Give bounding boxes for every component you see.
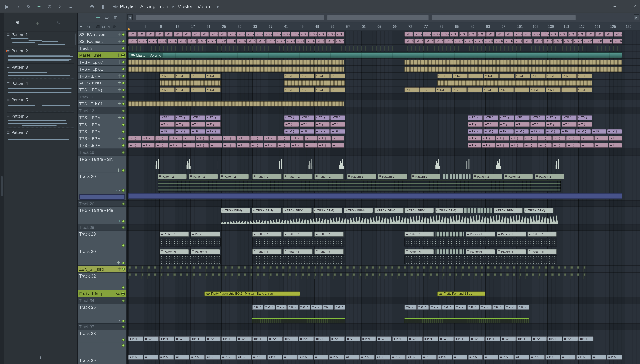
clip[interactable]: ≣P..7	[252, 305, 263, 310]
clip[interactable]: ≣Pattern 2	[347, 174, 376, 179]
record-led[interactable]	[122, 261, 125, 264]
track-lane[interactable]: ≣P..4≣P..4≣P..4≣P..4≣P..4≣P..4≣P..4≣P..4…	[127, 330, 640, 342]
clip[interactable]: ↦TP..)	[530, 129, 544, 134]
step-toggle[interactable]	[96, 25, 100, 28]
marker-flag[interactable]	[564, 266, 567, 272]
clip[interactable]: ≣P..5	[391, 355, 406, 360]
marker-flag[interactable]	[359, 266, 362, 272]
marker-flag[interactable]	[154, 266, 157, 272]
clip[interactable]: ↦TP..)	[175, 115, 190, 120]
clip[interactable]: ↦S..n	[568, 32, 577, 37]
clip[interactable]: ≣P..4	[423, 336, 438, 341]
clip[interactable]: ↦T..)	[577, 87, 592, 92]
clip[interactable]: ↦TP..)	[315, 129, 330, 134]
clip[interactable]: ≣P..4	[237, 336, 252, 341]
clip[interactable]: ≣Pattern 6	[314, 249, 344, 254]
clip[interactable]: ↦S..nt	[148, 39, 157, 44]
clip[interactable]: ≣P..7	[264, 305, 275, 310]
clip[interactable]: ≣Pattern 2	[378, 174, 407, 179]
clip[interactable]: ↦S..n	[423, 32, 431, 37]
clip[interactable]: ↦S..nt	[246, 39, 256, 44]
record-led[interactable]	[122, 189, 125, 192]
marker-flag[interactable]	[282, 266, 285, 272]
panel-icon[interactable]: ⊞	[114, 15, 117, 20]
clip[interactable]: ≣P..4	[439, 336, 454, 341]
clip[interactable]: ↦T..)	[190, 122, 205, 127]
track-lane[interactable]	[127, 266, 640, 273]
track-header[interactable]: ABTS..rum 01	[78, 80, 126, 86]
track-lane[interactable]: ↦T..)↦T..)↦T..)↦T..)↦T..)↦T..)↦T..)↦T..)…	[127, 121, 640, 128]
marker-flag[interactable]	[179, 274, 182, 279]
marker-flag[interactable]	[519, 274, 522, 279]
marker-flag[interactable]	[423, 274, 426, 279]
clip[interactable]: ↦T..)	[452, 87, 467, 92]
clip[interactable]: ↦TPS -..BPM)	[282, 208, 312, 213]
marker-flag[interactable]	[352, 274, 355, 279]
marker-flag[interactable]	[372, 266, 374, 272]
clip[interactable]: ↦T..)	[169, 136, 182, 141]
clip[interactable]: ≣P..4	[485, 336, 500, 341]
clip[interactable]: ≣P..4	[206, 336, 221, 341]
clip[interactable]: ↦T..)	[169, 143, 182, 148]
clip[interactable]: ↦S..nt	[543, 39, 553, 44]
move-handle-icon[interactable]	[118, 74, 121, 78]
clip[interactable]: ↦T..)	[561, 87, 576, 92]
record-led[interactable]	[122, 144, 125, 147]
clip[interactable]: ↦TPS -..BPM)	[252, 208, 281, 213]
clip[interactable]: ↦S..n	[327, 32, 335, 37]
marker-flag[interactable]	[487, 274, 490, 279]
marker-flag[interactable]	[583, 274, 586, 279]
clip[interactable]: ↦S..n	[336, 32, 344, 37]
clip[interactable]: ↦T..)	[182, 143, 196, 148]
audio-clip[interactable]	[466, 158, 470, 169]
clip[interactable]: ≣P..5	[514, 355, 529, 360]
scrollbar-handle[interactable]	[1, 176, 3, 196]
marker-flag[interactable]	[436, 266, 438, 272]
clip[interactable]: ↦S..n	[309, 32, 317, 37]
clip[interactable]: ↦TPS -..BPM)	[524, 208, 553, 213]
marker-flag[interactable]	[500, 266, 503, 272]
pattern-dots-preview[interactable]	[252, 238, 344, 246]
clip[interactable]: ≣P..4	[268, 336, 283, 341]
marker-flag[interactable]	[506, 266, 509, 272]
clip[interactable]: ≣P..4	[299, 336, 314, 341]
clip[interactable]: ≣P..4	[159, 336, 174, 341]
track-header[interactable]: Track 28	[78, 224, 126, 231]
track-lane[interactable]: ↦TPS -..BPM)↦TPS -..BPM)↦TPS -..BPM)↦TPS…	[127, 207, 640, 224]
muted-clip[interactable]	[442, 174, 471, 179]
marker-flag[interactable]	[205, 266, 208, 272]
clip[interactable]: ↦T..)	[284, 87, 299, 92]
clip[interactable]: ↦S..n	[414, 32, 422, 37]
marker-flag[interactable]	[218, 266, 221, 272]
clip[interactable]: ≣Pattern 6	[466, 249, 495, 254]
clip[interactable]: ↦T..)	[300, 74, 314, 78]
track-header[interactable]: TPS - Tantra - Sh..	[78, 156, 126, 173]
clip[interactable]: ↦S..nt	[603, 39, 612, 44]
clip[interactable]: ≣P..5	[283, 355, 298, 360]
clip[interactable]: ≣Pattern 6	[191, 249, 220, 254]
move-icon[interactable]	[36, 21, 39, 26]
clip[interactable]: ↦S..nt	[217, 39, 226, 44]
marker-flag[interactable]	[211, 274, 214, 279]
clip[interactable]: ↦S..nt	[474, 39, 483, 44]
clip[interactable]: ↦T..)	[182, 136, 196, 141]
clip[interactable]: ↦T..)	[420, 87, 435, 92]
clip[interactable]: ≣P..4	[501, 336, 516, 341]
track-lane[interactable]	[127, 297, 640, 304]
record-led[interactable]	[122, 325, 125, 328]
slip-tool-icon[interactable]: ↔	[68, 4, 74, 9]
marker-flag[interactable]	[308, 274, 310, 279]
clip[interactable]: ≣Pattern 6	[252, 249, 282, 254]
marker-flag[interactable]	[256, 274, 259, 279]
marker-flag[interactable]	[461, 266, 464, 272]
clip[interactable]: ↦T..)	[330, 74, 345, 78]
marker-flag[interactable]	[179, 266, 182, 272]
clip[interactable]: ↦S..nt	[237, 39, 246, 44]
clip[interactable]: ↦T..)	[552, 136, 566, 141]
marker-flag[interactable]	[365, 274, 368, 279]
clip[interactable]: ↦S..n	[291, 32, 299, 37]
record-led[interactable]	[122, 40, 125, 43]
move-handle-icon[interactable]	[117, 261, 120, 265]
marker-flag[interactable]	[551, 266, 554, 272]
move-handle-icon[interactable]	[118, 81, 121, 85]
